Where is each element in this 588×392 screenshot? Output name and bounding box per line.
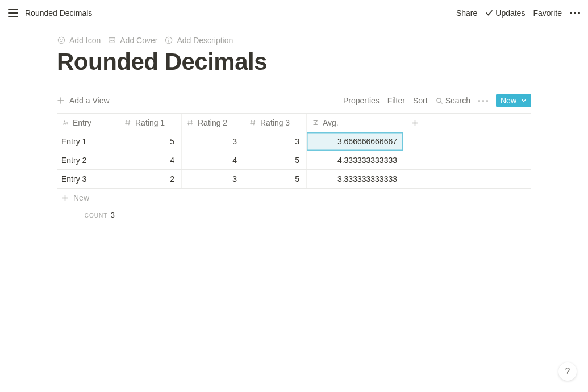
table-row[interactable]: Entry 2 4 4 5 4.333333333333 [57,151,531,170]
add-view-button[interactable]: Add a View [57,96,110,105]
updates-label: Updates [495,9,525,18]
menu-toggle[interactable] [8,9,18,17]
cell-entry[interactable]: Entry 3 [57,170,119,188]
add-icon-button[interactable]: Add Icon [57,36,101,45]
add-icon-label: Add Icon [69,36,101,45]
breadcrumb[interactable]: Rounded Decimals [25,9,92,18]
emoji-icon [57,36,66,45]
cell-entry[interactable]: Entry 2 [57,151,119,169]
new-row-label: New [73,193,89,202]
cell-avg[interactable]: 3.666666666667 [307,132,403,151]
cell-avg[interactable]: 4.333333333333 [307,151,403,169]
column-header-rating1[interactable]: Rating 1 [119,114,182,132]
cell-empty [403,170,426,188]
share-button[interactable]: Share [456,9,477,18]
check-icon [485,9,493,17]
number-icon [186,119,194,127]
table-row[interactable]: Entry 3 2 3 5 3.333333333333 [57,170,531,189]
cell-rating1[interactable]: 4 [119,151,182,169]
column-entry-label: Entry [73,118,91,127]
add-view-label: Add a View [69,96,110,105]
column-header-rating3[interactable]: Rating 3 [244,114,307,132]
formula-icon [311,119,319,127]
count-value: 3 [111,211,115,219]
cell-empty [403,132,426,151]
filter-button[interactable]: Filter [387,96,405,105]
svg-point-0 [58,37,64,43]
favorite-button[interactable]: Favorite [533,9,562,18]
column-header-entry[interactable]: Entry [57,114,119,132]
search-icon [436,97,443,105]
cell-empty [403,151,426,169]
properties-button[interactable]: Properties [343,96,380,105]
cell-avg[interactable]: 3.333333333333 [307,170,403,188]
search-button[interactable]: Search [436,96,470,105]
add-cover-button[interactable]: Add Cover [107,36,157,45]
add-column-button[interactable] [403,114,426,132]
cell-rating2[interactable]: 3 [182,132,244,151]
column-avg-label: Avg. [323,118,339,127]
cell-rating3[interactable]: 5 [244,170,307,188]
svg-rect-6 [169,40,169,42]
search-label: Search [445,96,470,105]
column-rating1-label: Rating 1 [135,118,165,127]
column-header-rating2[interactable]: Rating 2 [182,114,244,132]
footer-count[interactable]: COUNT 3 [57,207,119,223]
svg-point-1 [60,39,61,40]
title-icon [61,119,69,127]
svg-rect-3 [109,38,115,43]
cell-rating2[interactable]: 3 [182,170,244,188]
table-row[interactable]: Entry 1 5 3 3 3.666666666667 [57,132,531,151]
column-rating2-label: Rating 2 [198,118,227,127]
image-icon [107,36,116,45]
chevron-down-icon [521,98,527,103]
cell-entry[interactable]: Entry 1 [57,132,119,151]
add-cover-label: Add Cover [120,36,157,45]
plus-icon [57,97,65,105]
sort-button[interactable]: Sort [413,96,428,105]
page-title[interactable]: Rounded Decimals [57,48,531,76]
new-row-button[interactable]: New [57,189,531,207]
column-rating3-label: Rating 3 [260,118,290,127]
cell-rating1[interactable]: 2 [119,170,182,188]
number-icon [249,119,257,127]
add-description-button[interactable]: Add Description [164,36,233,45]
database-table: Entry Rating 1 Rating 2 Rating 3 [57,113,531,223]
more-menu[interactable] [570,12,580,14]
cell-rating2[interactable]: 4 [182,151,244,169]
plus-icon [61,194,69,202]
info-icon [164,36,173,45]
new-button[interactable]: New [496,94,531,107]
help-button[interactable]: ? [558,362,577,381]
svg-point-2 [62,39,63,40]
cell-rating3[interactable]: 5 [244,151,307,169]
updates-button[interactable]: Updates [485,9,525,18]
new-label: New [501,96,516,105]
column-header-avg[interactable]: Avg. [307,114,403,132]
db-more-menu[interactable] [478,100,488,102]
cell-rating3[interactable]: 3 [244,132,307,151]
number-icon [124,119,132,127]
cell-rating1[interactable]: 5 [119,132,182,151]
add-description-label: Add Description [177,36,233,45]
count-label: COUNT [85,212,108,219]
svg-point-5 [169,39,170,40]
